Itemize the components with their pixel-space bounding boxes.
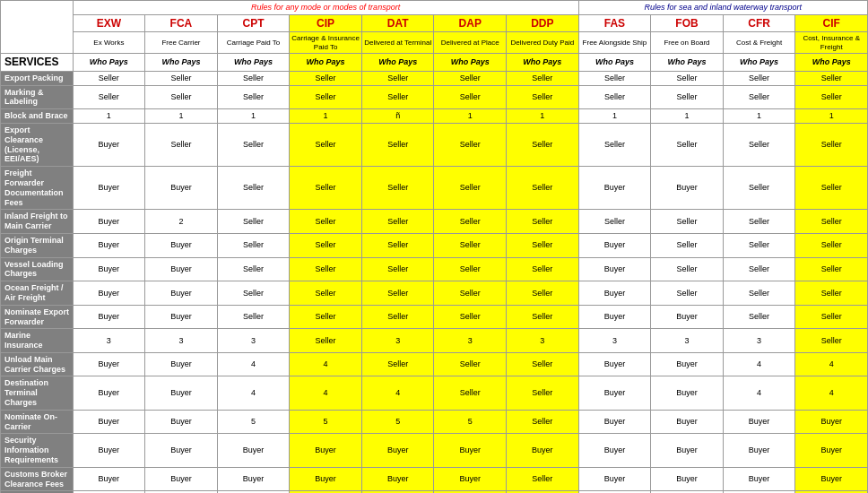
table-row: Customs Broker Clearance Fees Buyer Buye…: [1, 467, 868, 491]
cell: Seller: [290, 85, 362, 109]
cell: 4: [795, 376, 868, 410]
cell: Buyer: [217, 434, 290, 467]
term-cif-code: CIF: [795, 14, 868, 31]
cell: Seller: [434, 71, 507, 85]
table-row: Security Information Requirements Buyer …: [1, 434, 868, 467]
cell: Seller: [73, 85, 145, 109]
cell: Seller: [217, 210, 290, 234]
cell: Seller: [434, 257, 507, 281]
cell: Buyer: [145, 167, 218, 210]
term-fas-sub: Free Alongside Ship: [578, 32, 651, 54]
term-fca-sub: Free Carrier: [145, 32, 218, 54]
who-pays-cpt: Who Pays: [217, 54, 290, 71]
cell: Buyer: [578, 376, 651, 410]
who-pays-dap: Who Pays: [434, 54, 507, 71]
cell: 1: [723, 109, 795, 124]
cell: Buyer: [145, 257, 218, 281]
cell: Seller: [795, 329, 868, 353]
table-row: Nominate On-Carrier Buyer Buyer 5 5 5 5 …: [1, 410, 868, 434]
cell: Seller: [723, 233, 795, 257]
cell: Seller: [651, 281, 724, 306]
cell: Seller: [290, 210, 362, 234]
cell: Seller: [507, 352, 579, 376]
cell: 5: [361, 410, 434, 434]
cell: Seller: [217, 305, 290, 329]
cell: Seller: [434, 123, 507, 166]
rules-header-row: Rules for any mode or modes of transport…: [1, 1, 868, 15]
cell: Seller: [507, 257, 579, 281]
cell: Seller: [795, 305, 868, 329]
cell: Seller: [290, 281, 362, 306]
cell: 4: [290, 376, 362, 410]
cell: 4: [217, 376, 290, 410]
cell: Seller: [290, 123, 362, 166]
service-unload-main: Unload Main Carrier Charges: [1, 352, 74, 376]
term-ddp-code: DDP: [507, 14, 579, 31]
term-dap-code: DAP: [434, 14, 507, 31]
cell: Seller: [217, 123, 290, 166]
cell: Buyer: [145, 434, 218, 467]
cell: Seller: [361, 167, 434, 210]
who-pays-row: SERVICES Who Pays Who Pays Who Pays Who …: [1, 54, 868, 71]
cell: 1: [290, 109, 362, 124]
table-row: Marking & Labeling Seller Seller Seller …: [1, 85, 868, 109]
cell: Seller: [290, 329, 362, 353]
who-pays-cif: Who Pays: [795, 54, 868, 71]
cell: Seller: [507, 467, 579, 491]
cell: 1: [217, 109, 290, 124]
transport-rules-label: Rules for any mode or modes of transport: [73, 1, 578, 15]
service-destination-terminal: Destination Terminal Charges: [1, 376, 74, 410]
cell: Buyer: [145, 376, 218, 410]
service-marine-insurance: Marine Insurance: [1, 329, 74, 353]
who-pays-cip: Who Pays: [290, 54, 362, 71]
cell: 1: [73, 109, 145, 124]
cell: 4: [290, 352, 362, 376]
cell: Buyer: [73, 123, 145, 166]
cell: Buyer: [723, 434, 795, 467]
sea-rules-label: Rules for sea and inland waterway transp…: [578, 1, 867, 15]
table-row: Origin Terminal Charges Buyer Buyer Sell…: [1, 233, 868, 257]
service-nominate-on-carrier: Nominate On-Carrier: [1, 410, 74, 434]
cell: Buyer: [73, 167, 145, 210]
cell: Seller: [651, 210, 724, 234]
cell: Buyer: [73, 233, 145, 257]
cell: Buyer: [578, 467, 651, 491]
cell: Buyer: [578, 352, 651, 376]
cell: Seller: [507, 305, 579, 329]
cell: Seller: [507, 281, 579, 306]
cell: Seller: [290, 233, 362, 257]
term-exw-sub: Ex Works: [73, 32, 145, 54]
service-export-packing: Export Packing: [1, 71, 74, 85]
term-ddp-sub: Delivered Duty Paid: [507, 32, 579, 54]
services-header: SERVICES: [1, 54, 74, 71]
term-cip-code: CIP: [290, 14, 362, 31]
cell: Seller: [723, 123, 795, 166]
service-customs-broker: Customs Broker Clearance Fees: [1, 467, 74, 491]
cell: Buyer: [723, 467, 795, 491]
service-inland-freight: Inland Freight to Main Carrier: [1, 210, 74, 234]
cell: Seller: [361, 352, 434, 376]
service-export-clearance: Export Clearance (License, EEI/AES): [1, 123, 74, 166]
who-pays-cfr: Who Pays: [723, 54, 795, 71]
table-row: Unload Main Carrier Charges Buyer Buyer …: [1, 352, 868, 376]
cell: Seller: [361, 281, 434, 306]
cell: Buyer: [73, 210, 145, 234]
cell: 5: [217, 410, 290, 434]
cell: Seller: [290, 71, 362, 85]
cell: 3: [217, 329, 290, 353]
term-cfr-sub: Cost & Freight: [723, 32, 795, 54]
cell: Seller: [651, 233, 724, 257]
main-container: Rules for any mode or modes of transport…: [0, 0, 868, 493]
table-row: Export Clearance (License, EEI/AES) Buye…: [1, 123, 868, 166]
cell: Seller: [434, 210, 507, 234]
cell: 1: [145, 109, 218, 124]
cell: Buyer: [217, 467, 290, 491]
cell: Seller: [434, 281, 507, 306]
cell: Buyer: [578, 410, 651, 434]
service-ocean-freight: Ocean Freight / Air Freight: [1, 281, 74, 306]
table-row: Marine Insurance 3 3 3 Seller 3 3 3 3 3 …: [1, 329, 868, 353]
cell: Seller: [795, 281, 868, 306]
cell: 1: [795, 109, 868, 124]
term-dat-sub: Delivered at Terminal: [361, 32, 434, 54]
term-dap-sub: Delivered at Place: [434, 32, 507, 54]
